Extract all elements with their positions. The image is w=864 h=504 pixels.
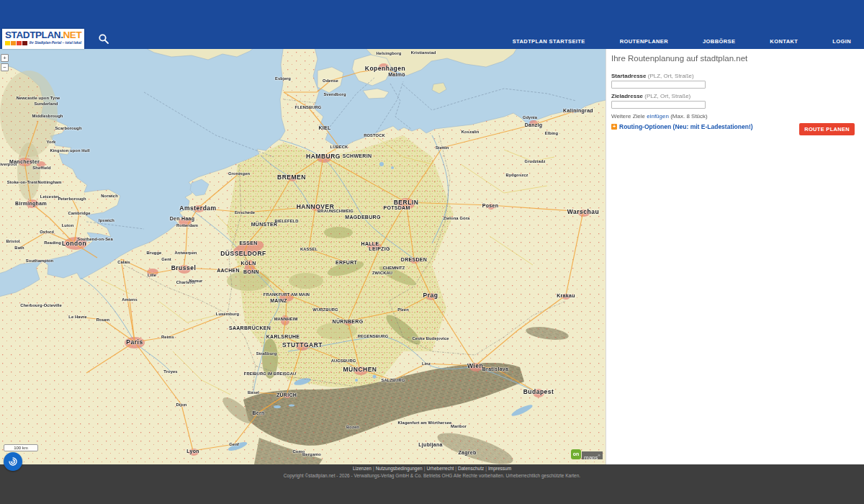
- map-zoom-controls: + −: [1, 54, 9, 73]
- stadtplan-logo[interactable]: STADTPLAN.NET Ihr Stadtplan-Portal – tot…: [2, 29, 84, 49]
- footer-link-separator: |: [424, 466, 426, 471]
- app-header: STADTPLAN.NET Ihr Stadtplan-Portal – tot…: [0, 0, 864, 49]
- nav-item-stadtplan-startseite[interactable]: STADTPLAN STARTSEITE: [513, 38, 585, 45]
- zoom-in-button[interactable]: +: [1, 54, 9, 62]
- footer-link-separator: |: [373, 466, 374, 471]
- footer-link-nutzungsbedingungen[interactable]: Nutzungsbedingungen: [376, 466, 423, 471]
- zoom-out-button[interactable]: −: [1, 63, 9, 71]
- map-canvas[interactable]: Newcastle upon TyneSunderlandMiddlesbrou…: [0, 49, 606, 464]
- footer-link-datenschutz[interactable]: Datenschutz: [458, 466, 484, 471]
- footer-link-impressum[interactable]: Impressum: [488, 466, 511, 471]
- route-planen-button[interactable]: ROUTE PLANEN: [799, 123, 855, 135]
- nav-item-kontakt[interactable]: KONTAKT: [770, 38, 798, 45]
- start-address-input[interactable]: [611, 81, 706, 89]
- start-address-label: Startadresse (PLZ, Ort, Straße): [611, 73, 859, 79]
- logo-title: STADTPLAN.NET: [5, 30, 81, 40]
- logo-tagline: Ihr Stadtplan-Portal – total lokal: [30, 41, 81, 45]
- footer-links: Lizenzen|Nutzungsbedingungen|Urheberrech…: [0, 466, 864, 471]
- add-destination-link[interactable]: einfügen: [647, 113, 669, 120]
- onmaps-label: maps®: [582, 451, 603, 459]
- map-attribution[interactable]: on maps®: [571, 449, 603, 459]
- footer-link-urheberrecht[interactable]: Urheberrecht: [426, 466, 454, 471]
- footer-link-lizenzen[interactable]: Lizenzen: [353, 466, 372, 471]
- destination-address-input[interactable]: [611, 101, 706, 109]
- logo-tagline-row: Ihr Stadtplan-Portal – total lokal: [5, 41, 81, 45]
- footer-copyright: Copyright ©stadtplan.net - 2026 - Verwal…: [0, 473, 864, 478]
- add-destinations-line: Weitere Ziele einfügen (Max. 8 Stück): [611, 113, 859, 120]
- logo-color-square: [5, 41, 10, 45]
- destination-address-label: Zieladresse (PLZ, Ort, Straße): [611, 93, 859, 99]
- nav-item-login[interactable]: LOGIN: [832, 38, 851, 45]
- nav-item-routenplaner[interactable]: ROUTENPLANER: [620, 38, 668, 45]
- fingerprint-spiral-icon: [6, 455, 19, 468]
- route-planner-panel: Ihre Routenplanung auf stadtplan.net Sta…: [606, 49, 864, 464]
- logo-color-square: [11, 41, 16, 45]
- logo-color-square: [17, 41, 22, 45]
- logo-color-square: [22, 41, 27, 45]
- map-scale-bar: 100 km: [4, 444, 38, 451]
- accessibility-widget-button[interactable]: [4, 452, 22, 471]
- nav-item-jobb-rse[interactable]: JOBBÖRSE: [703, 38, 735, 45]
- routing-options-label: Routing-Optionen (Neu: mit E-Ladestation…: [619, 123, 753, 130]
- onmaps-logo-icon: on: [571, 449, 581, 459]
- search-icon[interactable]: [98, 33, 109, 45]
- panel-title: Ihre Routenplanung auf stadtplan.net: [611, 54, 859, 63]
- footer-link-separator: |: [485, 466, 487, 471]
- footer-link-separator: |: [455, 466, 456, 471]
- expand-options-icon: +: [611, 124, 617, 130]
- basemap-svg: [0, 49, 606, 464]
- page-footer: Lizenzen|Nutzungsbedingungen|Urheberrech…: [0, 464, 864, 504]
- main-nav: STADTPLAN STARTSEITEROUTENPLANERJOBBÖRSE…: [513, 38, 851, 45]
